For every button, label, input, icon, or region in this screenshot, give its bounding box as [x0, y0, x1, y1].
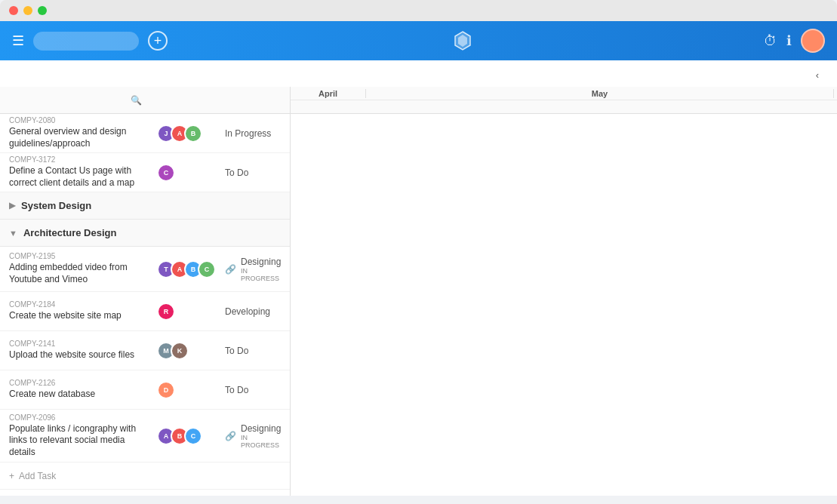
gantt-header: April May June	[291, 87, 837, 114]
task-status: In Progress	[219, 128, 290, 139]
group-row-architecture-design[interactable]: ▼ Architecture Design	[0, 220, 290, 247]
task-name[interactable]: Upload the website source files	[9, 349, 142, 361]
avatar: D	[157, 381, 175, 399]
column-headers: 🔍	[0, 87, 290, 114]
left-panel: 🔍 COMPY-2080 General overview and design…	[0, 87, 291, 496]
task-id: COMPY-3172	[9, 155, 142, 164]
task-row: COMPY-2141 Upload the website source fil…	[0, 331, 290, 370]
task-members: C	[151, 164, 219, 182]
brand-logo-icon	[452, 30, 473, 51]
task-row: COMPY-2184 Create the website site map R…	[0, 292, 290, 331]
task-id: COMPY-2096	[9, 413, 142, 422]
gantt-inner: April May June	[291, 87, 837, 114]
task-name[interactable]: Create new database	[9, 389, 142, 401]
group-name: Architecture Design	[23, 227, 117, 238]
nav-right: ⏱ ℹ	[764, 29, 825, 53]
history-icon[interactable]: ⏱	[764, 33, 777, 49]
task-info: COMPY-2126 Create new database	[0, 376, 151, 404]
task-row: COMPY-2126 Create new database D To Do	[0, 370, 290, 410]
close-dot[interactable]	[9, 6, 18, 15]
task-status: Developing	[219, 306, 290, 317]
task-info: COMPY-2080 General overview and design g…	[0, 113, 151, 152]
maximize-dot[interactable]	[38, 6, 47, 15]
nav-left: ☰ +	[12, 31, 168, 51]
task-info: COMPY-2184 Create the website site map	[0, 297, 151, 325]
gantt-month-label: April	[291, 89, 366, 98]
user-avatar[interactable]	[801, 29, 825, 53]
task-id: COMPY-2195	[9, 252, 142, 260]
add-icon: +	[9, 471, 14, 481]
link-icon: 🔗	[225, 264, 236, 275]
avatar: B	[184, 124, 202, 143]
task-row: COMPY-2096 Populate links / icongraphy w…	[0, 410, 290, 463]
task-info: COMPY-2195 Adding embedded video from Yo…	[0, 249, 151, 288]
task-status: To Do	[219, 167, 290, 178]
search-input[interactable]	[33, 32, 139, 51]
task-members: J A B	[151, 124, 219, 143]
group-name: System Design	[21, 200, 91, 211]
task-name[interactable]: Create the website site map	[9, 310, 142, 322]
task-name[interactable]: Define a Contact Us page with correct cl…	[9, 165, 142, 189]
task-status: To Do	[219, 346, 290, 356]
expand-icon: ▶	[9, 201, 15, 211]
avatar: C	[184, 427, 202, 445]
avatar: R	[157, 303, 175, 321]
task-members: D	[151, 381, 219, 399]
tasks-column-header: 🔍	[0, 95, 151, 106]
info-icon[interactable]: ℹ	[786, 32, 792, 49]
avatar: C	[157, 164, 175, 182]
search-icon[interactable]: 🔍	[131, 95, 142, 106]
gantt-month-label: June	[834, 89, 837, 98]
task-id: COMPY-2080	[9, 116, 142, 124]
menu-button[interactable]: ‹	[816, 69, 822, 81]
add-task-row[interactable]: + Add Task	[0, 463, 290, 490]
task-members: M K	[151, 342, 219, 360]
task-status: 🔗 DesigningIN PROGRESS	[219, 257, 290, 282]
task-name[interactable]: General overview and design guidelines/a…	[9, 126, 142, 149]
avatar: K	[171, 342, 189, 360]
gantt-panel[interactable]: April May June	[291, 87, 837, 496]
task-id: COMPY-2126	[9, 379, 142, 387]
avatar: C	[198, 260, 216, 278]
main-content: 🔍 COMPY-2080 General overview and design…	[0, 87, 837, 496]
title-bar	[0, 0, 837, 21]
add-button[interactable]: +	[148, 31, 168, 51]
task-row: COMPY-3172 Define a Contact Us page with…	[0, 153, 290, 192]
chevron-left-icon: ‹	[816, 69, 819, 81]
task-members: R	[151, 303, 219, 321]
task-members: T A B C	[151, 260, 219, 278]
task-info: COMPY-2141 Upload the website source fil…	[0, 337, 151, 364]
group-row-system-design[interactable]: ▶ System Design	[0, 192, 290, 220]
page-header: ‹	[0, 60, 837, 87]
task-status: 🔗 DesigningIN PROGRESS	[219, 423, 290, 449]
task-row: COMPY-2080 General overview and design g…	[0, 114, 290, 153]
task-id: COMPY-2184	[9, 300, 142, 309]
task-info: COMPY-3172 Define a Contact Us page with…	[0, 152, 151, 192]
gantt-month-label: May	[366, 89, 834, 98]
task-row: COMPY-2170 Add a list function to text e…	[0, 490, 290, 496]
add-task-label: Add Task	[19, 471, 56, 481]
task-name[interactable]: Adding embedded video from Youtube and V…	[9, 262, 142, 285]
nav-center	[177, 30, 755, 51]
menu-icon[interactable]: ☰	[12, 32, 24, 49]
task-status: To Do	[219, 385, 290, 395]
task-info: COMPY-2170 Add a list function to text e…	[0, 495, 151, 496]
link-icon: 🔗	[225, 431, 236, 441]
task-name[interactable]: Populate links / icongraphy with links t…	[9, 423, 142, 459]
minimize-dot[interactable]	[23, 6, 32, 15]
task-row: COMPY-2195 Adding embedded video from Yo…	[0, 247, 290, 292]
task-info: COMPY-2096 Populate links / icongraphy w…	[0, 410, 151, 462]
gantt-month-row: April May June	[291, 87, 837, 100]
expand-icon: ▼	[9, 229, 17, 238]
gantt-days-row	[291, 100, 837, 114]
task-id: COMPY-2141	[9, 340, 142, 348]
navbar: ☰ + ⏱ ℹ	[0, 21, 837, 60]
task-members: A B C	[151, 427, 219, 445]
